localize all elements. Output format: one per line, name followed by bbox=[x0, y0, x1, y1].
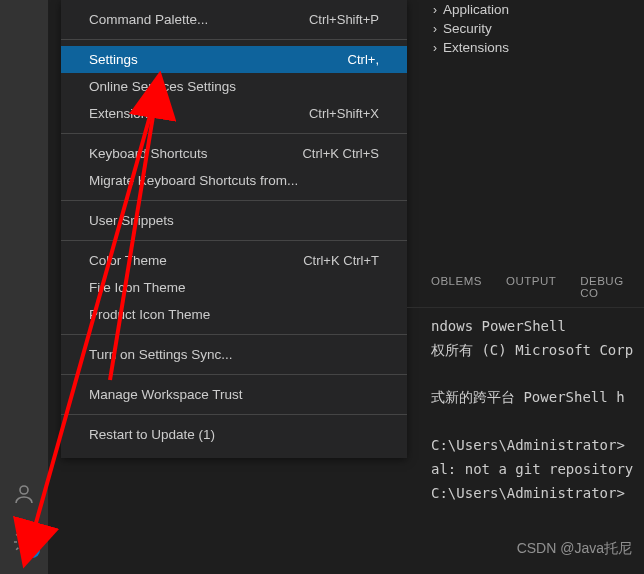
menu-label: Command Palette... bbox=[89, 12, 208, 27]
chevron-right-icon: › bbox=[433, 22, 437, 36]
menu-workspace-trust[interactable]: Manage Workspace Trust bbox=[61, 381, 407, 408]
tree-label: Application bbox=[443, 2, 509, 17]
manage-gear-icon[interactable]: 1 bbox=[0, 518, 48, 566]
manage-context-menu: Command Palette... Ctrl+Shift+P Settings… bbox=[61, 0, 407, 458]
chevron-right-icon: › bbox=[433, 41, 437, 55]
menu-separator bbox=[61, 414, 407, 415]
menu-separator bbox=[61, 133, 407, 134]
menu-label: Color Theme bbox=[89, 253, 167, 268]
menu-label: Product Icon Theme bbox=[89, 307, 210, 322]
panel-tabs: OBLEMS OUTPUT DEBUG CO bbox=[407, 275, 644, 308]
menu-user-snippets[interactable]: User Snippets bbox=[61, 207, 407, 234]
menu-extensions[interactable]: Extensions Ctrl+Shift+X bbox=[61, 100, 407, 127]
tree-item-application[interactable]: › Application bbox=[433, 0, 644, 19]
menu-shortcut: Ctrl+Shift+X bbox=[309, 106, 379, 121]
menu-online-services-settings[interactable]: Online Services Settings bbox=[61, 73, 407, 100]
menu-shortcut: Ctrl+, bbox=[348, 52, 379, 67]
chevron-right-icon: › bbox=[433, 3, 437, 17]
menu-settings-sync[interactable]: Turn on Settings Sync... bbox=[61, 341, 407, 368]
menu-separator bbox=[61, 200, 407, 201]
menu-separator bbox=[61, 334, 407, 335]
right-panel: › Application › Security › Extensions OB… bbox=[407, 0, 644, 574]
menu-shortcut: Ctrl+K Ctrl+T bbox=[303, 253, 379, 268]
accounts-icon[interactable] bbox=[0, 470, 48, 518]
menu-label: User Snippets bbox=[89, 213, 174, 228]
menu-color-theme[interactable]: Color Theme Ctrl+K Ctrl+T bbox=[61, 247, 407, 274]
menu-product-icon-theme[interactable]: Product Icon Theme bbox=[61, 301, 407, 328]
menu-shortcut: Ctrl+Shift+P bbox=[309, 12, 379, 27]
terminal-line: C:\Users\Administrator> bbox=[431, 485, 625, 501]
tree-item-extensions[interactable]: › Extensions bbox=[433, 38, 644, 57]
terminal-line: 式新的跨平台 PowerShell h bbox=[431, 389, 625, 405]
terminal-line: 权所有 (C) Microsoft Corp bbox=[431, 342, 633, 358]
tab-problems[interactable]: OBLEMS bbox=[431, 275, 482, 299]
menu-label: Extensions bbox=[89, 106, 155, 121]
menu-file-icon-theme[interactable]: File Icon Theme bbox=[61, 274, 407, 301]
terminal-output[interactable]: ndows PowerShell 权所有 (C) Microsoft Corp … bbox=[431, 315, 644, 505]
menu-label: Keyboard Shortcuts bbox=[89, 146, 208, 161]
menu-label: Manage Workspace Trust bbox=[89, 387, 243, 402]
terminal-line: ndows PowerShell bbox=[431, 318, 566, 334]
menu-keyboard-shortcuts[interactable]: Keyboard Shortcuts Ctrl+K Ctrl+S bbox=[61, 140, 407, 167]
update-badge: 1 bbox=[24, 542, 40, 558]
menu-label: Settings bbox=[89, 52, 138, 67]
menu-label: Restart to Update (1) bbox=[89, 427, 215, 442]
menu-label: Turn on Settings Sync... bbox=[89, 347, 233, 362]
tree-label: Extensions bbox=[443, 40, 509, 55]
menu-label: Migrate Keyboard Shortcuts from... bbox=[89, 173, 298, 188]
menu-label: File Icon Theme bbox=[89, 280, 186, 295]
menu-shortcut: Ctrl+K Ctrl+S bbox=[302, 146, 379, 161]
tree-item-security[interactable]: › Security bbox=[433, 19, 644, 38]
menu-separator bbox=[61, 39, 407, 40]
svg-point-0 bbox=[20, 486, 28, 494]
menu-separator bbox=[61, 240, 407, 241]
terminal-line: al: not a git repository bbox=[431, 461, 633, 477]
watermark-text: CSDN @Java托尼 bbox=[517, 540, 632, 558]
menu-migrate-shortcuts[interactable]: Migrate Keyboard Shortcuts from... bbox=[61, 167, 407, 194]
menu-separator bbox=[61, 374, 407, 375]
tab-debug-console[interactable]: DEBUG CO bbox=[580, 275, 644, 299]
menu-command-palette[interactable]: Command Palette... Ctrl+Shift+P bbox=[61, 6, 407, 33]
terminal-line: C:\Users\Administrator> bbox=[431, 437, 625, 453]
activity-bar: 1 bbox=[0, 0, 48, 574]
menu-restart-update[interactable]: Restart to Update (1) bbox=[61, 421, 407, 448]
tree-label: Security bbox=[443, 21, 492, 36]
settings-tree: › Application › Security › Extensions bbox=[407, 0, 644, 57]
tab-output[interactable]: OUTPUT bbox=[506, 275, 556, 299]
menu-settings[interactable]: Settings Ctrl+, bbox=[61, 46, 407, 73]
menu-label: Online Services Settings bbox=[89, 79, 236, 94]
